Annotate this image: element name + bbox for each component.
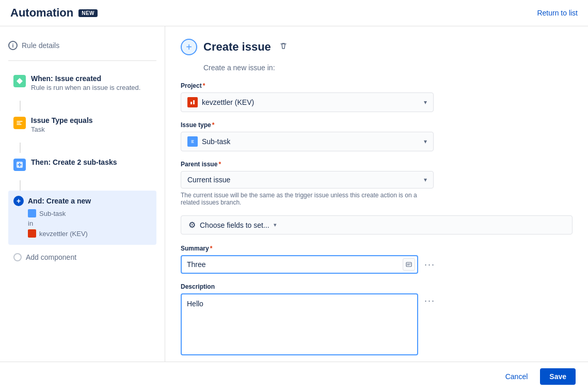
and-create-details: Sub-task in kevzettler (KEV) <box>13 209 151 238</box>
panel-add-button[interactable]: + <box>181 39 197 55</box>
panel-delete-button[interactable] <box>277 40 290 55</box>
and-create-plus-icon: + <box>13 196 24 206</box>
header-left: Automation NEW <box>10 6 98 20</box>
panel-title: Create issue <box>203 40 271 54</box>
issue-type-field: Issue type * Sub-task <box>181 121 573 151</box>
connector-3 <box>20 180 21 191</box>
connector-1 <box>20 101 21 111</box>
and-create-project: kevzettler (KEV) <box>39 230 88 238</box>
and-create-title: And: Create a new <box>28 197 91 205</box>
choose-fields-button[interactable]: ⚙ Choose fields to set... ▾ <box>181 215 573 234</box>
issue-type-select-icon <box>187 136 198 147</box>
parent-issue-required: * <box>218 161 221 168</box>
when-icon <box>13 75 26 87</box>
sidebar-item-then-create[interactable]: Then: Create 2 sub-tasks <box>8 153 156 176</box>
svg-rect-5 <box>406 262 411 267</box>
description-label: Description <box>181 283 573 290</box>
main-content: i Rule details When: Issue created Rule … <box>0 26 588 362</box>
parent-issue-label: Parent issue * <box>181 161 573 168</box>
issue-type-icon <box>13 117 26 129</box>
project-select-value: kevzettler (KEV) <box>202 98 254 106</box>
project-select[interactable]: kevzettler (KEV) ▾ <box>181 92 434 112</box>
description-wrapper: Hello ··· <box>181 293 573 355</box>
sidebar-when-desc: Rule is run when an issue is created. <box>31 84 151 91</box>
gear-icon: ⚙ <box>188 220 196 230</box>
project-required: * <box>203 82 205 89</box>
sidebar-item-issue-type[interactable]: Issue Type equals Task <box>8 111 156 138</box>
and-create-header: + And: Create a new <box>13 196 151 206</box>
add-component-btn[interactable]: Add component <box>8 249 156 265</box>
sidebar-issue-type-content: Issue Type equals Task <box>31 116 151 133</box>
and-create-issue-type-row: Sub-task <box>28 209 151 217</box>
and-create-project-row: kevzettler (KEV) <box>28 229 151 238</box>
description-more-button[interactable]: ··· <box>422 293 437 308</box>
summary-input-wrapper <box>181 255 418 274</box>
right-panel: + Create issue Create a new issue in: Pr… <box>165 26 588 362</box>
sidebar-then-title: Then: Create 2 sub-tasks <box>31 158 151 166</box>
issue-type-select[interactable]: Sub-task ▾ <box>181 132 434 151</box>
project-field: Project * kevzettl <box>181 82 573 112</box>
svg-rect-1 <box>189 99 196 105</box>
cancel-button[interactable]: Cancel <box>499 368 534 385</box>
connector-2 <box>20 143 21 153</box>
sidebar-then-content: Then: Create 2 sub-tasks <box>31 158 151 166</box>
sidebar-item-when-issue-created[interactable]: When: Issue created Rule is run when an … <box>8 69 156 97</box>
and-create-issue-type: Sub-task <box>39 210 66 217</box>
choose-fields-chevron-icon: ▾ <box>274 222 277 228</box>
new-badge: NEW <box>78 9 98 17</box>
parent-issue-select-left: Current issue <box>187 176 230 184</box>
then-icon <box>13 159 26 171</box>
footer: Cancel Save <box>0 362 588 391</box>
svg-rect-2 <box>190 102 192 104</box>
parent-issue-chevron-icon: ▾ <box>424 176 427 183</box>
issue-type-select-left: Sub-task <box>187 136 230 147</box>
sidebar: i Rule details When: Issue created Rule … <box>0 26 165 362</box>
app-title: Automation <box>10 6 73 20</box>
sidebar-divider <box>8 60 156 61</box>
mini-project-icon <box>28 229 36 238</box>
parent-issue-select[interactable]: Current issue ▾ <box>181 171 434 189</box>
issue-type-label: Issue type * <box>181 121 573 129</box>
rule-details-item[interactable]: i Rule details <box>8 37 156 54</box>
info-icon: i <box>8 41 18 50</box>
panel-header: + Create issue <box>181 39 573 55</box>
parent-issue-field: Parent issue * Current issue ▾ The curre… <box>181 161 573 206</box>
issue-type-chevron-icon: ▾ <box>424 138 427 145</box>
in-label: in <box>28 220 151 227</box>
parent-issue-select-value: Current issue <box>187 176 230 184</box>
add-component-label: Add component <box>26 253 76 261</box>
choose-fields-group: ⚙ Choose fields to set... ▾ <box>181 215 573 234</box>
issue-type-select-value: Sub-task <box>202 137 230 146</box>
insert-smart-value-icon[interactable] <box>403 258 415 271</box>
save-button[interactable]: Save <box>540 368 576 385</box>
summary-required: * <box>210 245 213 252</box>
summary-field: Summary * · <box>181 245 573 274</box>
parent-issue-note: The current issue will be the same as th… <box>181 192 434 206</box>
summary-input[interactable] <box>181 255 418 274</box>
project-select-left: kevzettler (KEV) <box>187 97 254 107</box>
choose-fields-label: Choose fields to set... <box>200 221 269 229</box>
sidebar-item-and-create[interactable]: + And: Create a new Sub-task in kevzettl… <box>8 191 156 245</box>
description-field: Description Hello ··· <box>181 283 573 355</box>
app-header: Automation NEW Return to list <box>0 0 588 26</box>
sidebar-when-content: When: Issue created Rule is run when an … <box>31 74 151 91</box>
project-label: Project * <box>181 82 573 89</box>
create-issue-form: Project * kevzettl <box>181 82 573 362</box>
summary-more-button[interactable]: ··· <box>422 257 437 272</box>
svg-rect-3 <box>193 100 195 104</box>
mini-subtask-icon <box>28 209 36 217</box>
return-to-list-link[interactable]: Return to list <box>537 9 578 17</box>
sidebar-when-title: When: Issue created <box>31 74 151 83</box>
description-textarea[interactable]: Hello <box>181 293 418 355</box>
panel-subtitle: Create a new issue in: <box>203 64 573 72</box>
summary-label: Summary * <box>181 245 573 252</box>
summary-wrapper: ··· <box>181 255 573 274</box>
rule-details-label: Rule details <box>22 41 59 50</box>
project-chevron-icon: ▾ <box>424 99 427 106</box>
sidebar-issue-type-title: Issue Type equals <box>31 116 151 124</box>
sidebar-issue-type-desc: Task <box>31 126 151 133</box>
issue-type-required: * <box>212 121 215 129</box>
add-component-circle-icon <box>13 253 22 261</box>
project-select-icon <box>187 97 198 107</box>
